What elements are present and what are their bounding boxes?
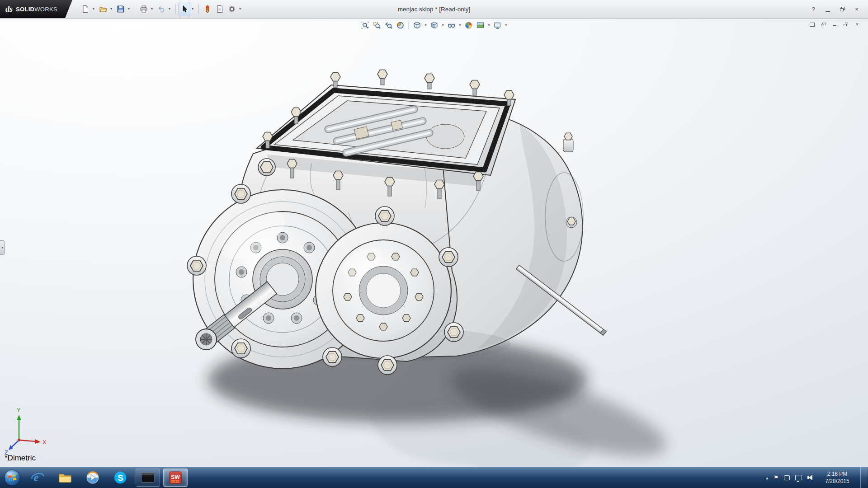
wordmark-light: WORKS [34, 6, 57, 13]
restore-button[interactable] [836, 4, 848, 14]
view-orientation-label: *Dimetric [5, 454, 36, 463]
graphics-viewport[interactable]: ▾ ▾ ▾ ▾ ▾ × ◂ [0, 18, 868, 467]
view-orientation-button[interactable] [412, 20, 423, 31]
triad-y-label: Y [17, 407, 21, 413]
save-dropdown[interactable]: ▾ [127, 3, 131, 15]
display-style-button[interactable] [429, 20, 440, 31]
solidworks-logo: ds SOLIDWORKS [0, 0, 72, 18]
hide-show-items-button[interactable] [446, 20, 457, 31]
previous-view-icon [385, 21, 393, 29]
safely-remove-device-icon[interactable] [784, 475, 790, 480]
edit-appearance-button[interactable] [463, 20, 474, 31]
internet-explorer-icon: e [30, 470, 45, 485]
print-button[interactable] [138, 3, 150, 15]
undo-button[interactable] [156, 3, 167, 15]
rebuild-icon [203, 5, 212, 13]
start-button[interactable] [0, 467, 24, 488]
options-dropdown[interactable]: ▾ [238, 3, 242, 15]
close-button[interactable]: × [851, 4, 863, 14]
taskbar-windows-explorer[interactable] [53, 469, 77, 487]
show-desktop-button[interactable] [860, 467, 867, 488]
svg-text:2015: 2015 [171, 479, 179, 483]
taskbar-internet-explorer[interactable]: e [25, 469, 50, 487]
apply-scene-icon [476, 21, 485, 29]
doc-restore-button[interactable] [842, 21, 849, 28]
rebuild-button[interactable] [202, 3, 213, 15]
display-style-icon [430, 21, 439, 29]
minimize-icon [826, 7, 830, 12]
open-dropdown[interactable]: ▾ [109, 3, 113, 15]
select-cursor-icon [180, 5, 189, 13]
restore-icon [840, 7, 845, 11]
view-settings-button[interactable] [492, 20, 503, 31]
gearbox-model [0, 18, 868, 467]
taskbar-media-player[interactable] [80, 469, 105, 487]
toolbar-separator [198, 4, 199, 14]
open-icon [99, 5, 107, 13]
orientation-triad: Y X Z [4, 405, 53, 455]
window-controls: ? × [807, 4, 868, 14]
options-button[interactable] [226, 3, 238, 15]
toolbar-separator [175, 4, 176, 14]
toolbar-separator [135, 4, 135, 14]
view-settings-dropdown[interactable]: ▾ [504, 20, 509, 31]
apply-scene-button[interactable] [475, 20, 486, 31]
taskbar-clock[interactable]: 2:16 PM 7/28/2015 [822, 470, 852, 485]
doc-fullscreen-button[interactable] [808, 21, 816, 28]
windows-orb-icon [4, 469, 21, 486]
file-properties-button[interactable] [214, 3, 226, 15]
action-center-flag-icon[interactable]: ⚑ [774, 474, 778, 481]
view-orientation-cube-icon [413, 21, 421, 29]
doc-restore-group-button[interactable] [820, 21, 827, 28]
help-button[interactable]: ? [807, 4, 819, 14]
doc-close-button[interactable]: × [854, 21, 861, 28]
media-player-icon [85, 470, 100, 485]
clock-date: 7/28/2015 [822, 478, 852, 485]
taskbar-skype[interactable]: S [108, 469, 132, 487]
heads-up-view-toolbar: ▾ ▾ ▾ ▾ ▾ [360, 20, 509, 31]
print-dropdown[interactable]: ▾ [150, 3, 154, 15]
new-document-dropdown[interactable]: ▾ [91, 3, 96, 15]
undo-dropdown[interactable]: ▾ [167, 3, 172, 15]
standard-toolbar: ▾ ▾ ▾ ▾ ▾ [80, 3, 243, 15]
section-view-button[interactable] [395, 20, 406, 31]
zoom-to-area-button[interactable] [372, 20, 382, 31]
zoom-to-area-icon [373, 21, 381, 29]
select-dropdown[interactable]: ▾ [190, 3, 195, 15]
network-icon[interactable] [795, 475, 802, 480]
new-document-icon [81, 5, 90, 13]
previous-view-button[interactable] [383, 20, 394, 31]
windows-taskbar: e S [0, 467, 868, 488]
zoom-to-fit-button[interactable] [360, 20, 371, 31]
front-face-right [316, 223, 451, 358]
taskbar-command-window[interactable] [136, 469, 160, 487]
doc-restore-icon [844, 23, 848, 26]
new-document-button[interactable] [80, 3, 91, 15]
feature-manager-handle[interactable]: ◂ [0, 240, 5, 255]
doc-minimize-icon [833, 23, 836, 26]
select-button[interactable] [179, 3, 190, 15]
edit-appearance-ball-icon [465, 21, 473, 29]
volume-icon[interactable] [807, 475, 814, 480]
doc-minimize-button[interactable] [831, 21, 838, 28]
apply-scene-dropdown[interactable]: ▾ [487, 20, 491, 31]
tray-chevron-icon[interactable]: ▴ [766, 475, 768, 480]
view-orientation-dropdown[interactable]: ▾ [424, 20, 428, 31]
folder-icon [58, 470, 72, 485]
wordmark-bold: SOLID [16, 6, 34, 13]
view-settings-icon [494, 21, 502, 29]
display-style-dropdown[interactable]: ▾ [441, 20, 445, 31]
svg-text:e: e [34, 471, 39, 483]
document-title: menjac sklop * [Read-only] [398, 6, 471, 13]
minimize-button[interactable] [822, 4, 834, 14]
command-window-icon [141, 470, 155, 485]
zoom-to-fit-icon [361, 21, 369, 29]
undo-icon [157, 5, 165, 13]
open-button[interactable] [97, 3, 109, 15]
hide-show-items-dropdown[interactable]: ▾ [458, 20, 462, 31]
save-button[interactable] [115, 3, 127, 15]
hide-show-eye-icon [448, 21, 456, 29]
taskbar-solidworks[interactable]: SW 2015 [163, 469, 188, 487]
section-view-icon [396, 21, 405, 29]
svg-text:S: S [118, 473, 123, 483]
